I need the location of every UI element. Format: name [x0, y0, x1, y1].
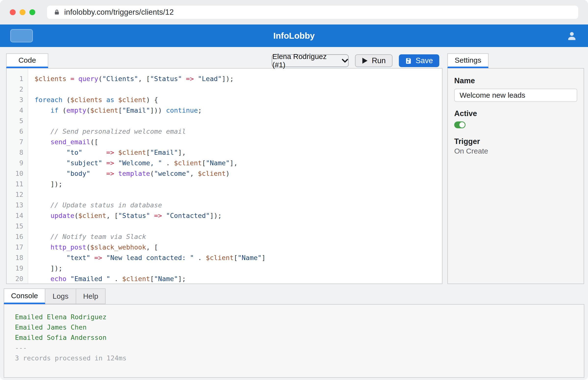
code-line: 16 // Notify team via Slack — [7, 231, 442, 242]
code-line: 14 update($client, ["Status" => "Contact… — [7, 210, 442, 221]
active-toggle[interactable] — [454, 121, 466, 128]
line-number: 13 — [7, 200, 28, 210]
run-button-label: Run — [372, 56, 386, 65]
tab-settings[interactable]: Settings — [447, 53, 489, 68]
code-line: 13 // Update status in database — [7, 200, 442, 210]
code-text: "subject" => "Welcome, " . $client["Name… — [28, 158, 442, 168]
line-number: 14 — [7, 210, 28, 221]
save-button[interactable]: Save — [399, 54, 439, 67]
chevron-down-icon — [342, 58, 348, 63]
code-text — [28, 84, 442, 95]
line-number: 7 — [7, 137, 28, 147]
code-text: // Update status in database — [28, 200, 442, 210]
code-text — [28, 115, 442, 126]
code-line: 10 "body" => template("welcome", $client… — [7, 168, 442, 179]
window-maximize-button[interactable] — [29, 9, 35, 15]
console-line: Emailed James Chen — [15, 322, 584, 333]
line-number: 2 — [7, 84, 28, 95]
code-line: 18 "text" => "New lead contacted: " . $c… — [7, 252, 442, 263]
code-line: 19 ]); — [7, 263, 442, 273]
console-tab-row: Console Logs Help — [4, 288, 106, 304]
code-editor[interactable]: 1$clients = query("Clients", ["Status" =… — [6, 68, 442, 284]
code-line: 7 send_email([ — [7, 137, 442, 147]
trigger-value: On Create — [454, 147, 577, 155]
code-line: 4 if (empty($client["Email"])) continue; — [7, 105, 442, 115]
code-line: 6 // Send personalized welcome email — [7, 126, 442, 137]
tab-console[interactable]: Console — [4, 288, 45, 304]
console-lines: Emailed Elena RodriguezEmailed James Che… — [4, 304, 584, 363]
code-line: 12 — [7, 189, 442, 200]
record-select-value: Elena Rodriguez (#1) — [272, 52, 337, 69]
code-text: "body" => template("welcome", $client) — [28, 168, 442, 179]
code-text: // Send personalized welcome email — [28, 126, 442, 137]
code-line: 9 "subject" => "Welcome, " . $client["Na… — [7, 158, 442, 168]
save-icon — [405, 57, 412, 64]
line-number: 3 — [7, 95, 28, 105]
line-number: 5 — [7, 115, 28, 126]
line-number: 17 — [7, 242, 28, 252]
code-text: if (empty($client["Email"])) continue; — [28, 105, 442, 115]
app-header: InfoLobby — [0, 24, 588, 47]
code-text: "text" => "New lead contacted: " . $clie… — [28, 252, 442, 263]
lock-icon — [53, 9, 60, 16]
line-number: 20 — [7, 273, 28, 284]
code-line: 5 — [7, 115, 442, 126]
save-button-label: Save — [415, 56, 433, 65]
line-number: 19 — [7, 263, 28, 273]
console-line: Emailed Sofia Andersson — [15, 333, 584, 343]
line-number: 4 — [7, 105, 28, 115]
code-text: "to" => $client["Email"], — [28, 147, 442, 158]
code-line: 15 — [7, 221, 442, 231]
record-select[interactable]: Elena Rodriguez (#1) — [272, 54, 349, 67]
line-number: 10 — [7, 168, 28, 179]
code-text: ]); — [28, 263, 442, 273]
code-line: 17 http_post($slack_webhook, [ — [7, 242, 442, 252]
code-text: // Notify team via Slack — [28, 231, 442, 242]
console-line: 3 records processed in 124ms — [15, 353, 584, 363]
code-text — [28, 221, 442, 231]
run-button[interactable]: Run — [355, 54, 392, 67]
code-line: 2 — [7, 84, 442, 95]
url-text: infolobby.com/triggers/clients/12 — [64, 8, 174, 17]
code-line: 20 echo "Emailed " . $client["Name"]; — [7, 273, 442, 284]
tab-help[interactable]: Help — [76, 288, 106, 304]
line-number: 8 — [7, 147, 28, 158]
line-number: 9 — [7, 158, 28, 168]
line-number: 16 — [7, 231, 28, 242]
code-text: $clients = query("Clients", ["Status" =>… — [28, 74, 442, 84]
url-bar[interactable]: infolobby.com/triggers/clients/12 — [47, 6, 578, 19]
active-label: Active — [454, 109, 577, 118]
line-number: 15 — [7, 221, 28, 231]
code-text: echo "Emailed " . $client["Name"]; — [28, 273, 442, 284]
user-icon[interactable] — [567, 30, 577, 41]
code-text: foreach ($clients as $client) { — [28, 95, 442, 105]
app-title: InfoLobby — [0, 24, 588, 47]
code-text: update($client, ["Status" => "Contacted"… — [28, 210, 442, 221]
tab-code[interactable]: Code — [6, 53, 48, 68]
code-text — [28, 189, 442, 200]
console-line: Emailed Elena Rodriguez — [15, 312, 584, 322]
play-icon — [362, 57, 368, 64]
code-line: 1$clients = query("Clients", ["Status" =… — [7, 74, 442, 84]
code-line: 8 "to" => $client["Email"], — [7, 147, 442, 158]
console-line: --- — [15, 343, 584, 353]
app-window: infolobby.com/triggers/clients/12 InfoLo… — [0, 0, 588, 380]
toggle-knob — [459, 122, 465, 128]
name-input[interactable] — [454, 89, 577, 102]
code-line: 11 ]); — [7, 179, 442, 189]
console-output[interactable]: Emailed Elena RodriguezEmailed James Che… — [4, 304, 584, 378]
line-number: 6 — [7, 126, 28, 137]
code-text: send_email([ — [28, 137, 442, 147]
settings-panel: Name Active Trigger On Create — [447, 68, 584, 284]
code-line: 3foreach ($clients as $client) { — [7, 95, 442, 105]
name-label: Name — [454, 76, 577, 85]
code-text: http_post($slack_webhook, [ — [28, 242, 442, 252]
browser-chrome: infolobby.com/triggers/clients/12 — [0, 0, 588, 24]
tab-logs[interactable]: Logs — [45, 288, 76, 304]
window-close-button[interactable] — [10, 9, 16, 15]
line-number: 12 — [7, 189, 28, 200]
window-minimize-button[interactable] — [20, 9, 25, 15]
editor-toolbar: Elena Rodriguez (#1) Run Save — [272, 54, 439, 67]
code-lines: 1$clients = query("Clients", ["Status" =… — [7, 69, 442, 284]
line-number: 18 — [7, 252, 28, 263]
